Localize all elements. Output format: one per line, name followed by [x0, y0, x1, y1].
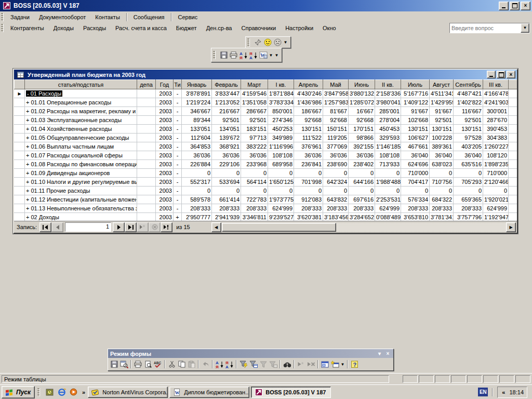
value-cell[interactable]: 450'253 — [268, 125, 294, 134]
column-header-Март[interactable]: Март — [241, 80, 268, 89]
print-icon[interactable] — [133, 360, 143, 369]
database-window-icon[interactable] — [320, 360, 330, 369]
column-header-Апрель[interactable]: Апрель — [294, 80, 323, 89]
type-cell[interactable]: - — [174, 204, 182, 213]
value-cell[interactable]: 1'429'959 — [430, 98, 454, 107]
value-cell[interactable]: 0 — [212, 169, 241, 178]
row-selector[interactable] — [15, 98, 25, 107]
filter-selection-icon[interactable] — [238, 360, 248, 369]
close-button[interactable]: × — [521, 2, 530, 10]
column-header-Сентябрь[interactable]: Сентябрь — [454, 80, 483, 89]
menu-item-5[interactable]: Сервис — [174, 12, 203, 22]
value-cell[interactable]: 1'436'986 — [294, 98, 323, 107]
value-cell[interactable]: 1'257'983 — [323, 98, 349, 107]
value-cell[interactable]: 92'501 — [454, 116, 483, 125]
first-record-button[interactable] — [39, 222, 51, 232]
value-cell[interactable]: 689'958 — [268, 160, 294, 169]
value-cell[interactable]: 92'668 — [294, 116, 323, 125]
child-minimize-button[interactable] — [487, 71, 496, 78]
dept-cell[interactable] — [137, 213, 156, 221]
value-cell[interactable]: 710'000 — [483, 169, 509, 178]
year-cell[interactable]: 2003 — [156, 151, 174, 160]
menu-item-4[interactable]: Сообщения — [129, 12, 169, 22]
value-cell[interactable]: 2'941'939 — [212, 213, 241, 221]
article-cell[interactable]: + 02 Доходы — [25, 213, 137, 221]
year-cell[interactable]: 2003 — [156, 142, 174, 151]
value-cell[interactable]: 0 — [483, 187, 509, 195]
value-cell[interactable]: 208'333 — [294, 204, 323, 213]
value-cell[interactable]: 1'871'884 — [268, 89, 294, 98]
chevron-down-icon[interactable]: ▼ — [521, 23, 529, 33]
value-cell[interactable]: 364'853 — [182, 142, 212, 151]
dept-cell[interactable] — [137, 134, 156, 142]
value-cell[interactable]: 450'453 — [375, 125, 401, 134]
value-cell[interactable]: 0 — [268, 187, 294, 195]
value-cell[interactable]: 102'668 — [401, 116, 430, 125]
column-header-Август[interactable]: Август — [430, 80, 454, 89]
column-header-Июнь[interactable]: Июнь — [349, 80, 375, 89]
value-cell[interactable]: 2'950'777 — [182, 213, 212, 221]
value-cell[interactable]: 116'667 — [454, 107, 483, 116]
value-cell[interactable]: 36'040 — [401, 151, 430, 160]
value-cell[interactable]: 329'593 — [375, 134, 401, 142]
toolbar-grip[interactable] — [213, 51, 216, 59]
tray-expand-icon[interactable]: « — [501, 389, 506, 395]
value-cell[interactable]: 1'973'775 — [268, 195, 294, 204]
type-cell[interactable]: - — [174, 187, 182, 195]
value-cell[interactable]: 638'023 — [430, 160, 454, 169]
help-icon[interactable]: ? — [350, 360, 360, 369]
row-selector[interactable] — [15, 213, 25, 221]
menu-item-3[interactable]: Расходы — [78, 23, 111, 33]
dept-cell[interactable] — [137, 204, 156, 213]
value-cell[interactable]: 4'241'903 — [483, 98, 509, 107]
value-cell[interactable]: 576'334 — [401, 195, 430, 204]
year-cell[interactable]: 2003 — [156, 178, 174, 187]
value-cell[interactable]: 383'222 — [241, 142, 268, 151]
last-record-button[interactable] — [125, 222, 137, 232]
value-cell[interactable]: 0 — [182, 169, 212, 178]
dd-icon[interactable]: ▼ — [274, 50, 280, 60]
article-cell[interactable]: + 01.11 Прочие расходы — [25, 187, 137, 195]
value-cell[interactable]: 467'661 — [401, 142, 430, 151]
value-cell[interactable]: 287'670 — [483, 116, 509, 125]
sort-asc-icon[interactable]: АЯ — [215, 360, 224, 369]
value-cell[interactable]: 4'159'546 — [241, 89, 268, 98]
type-cell[interactable]: - — [174, 142, 182, 151]
value-cell[interactable]: 710'756 — [430, 178, 454, 187]
value-cell[interactable]: 0 — [430, 169, 454, 178]
value-cell[interactable]: 1'409'122 — [401, 98, 430, 107]
value-cell[interactable]: 624'999 — [375, 204, 401, 213]
menu-item-1[interactable]: Контрагенты — [6, 23, 49, 33]
value-cell[interactable]: 89'344 — [182, 116, 212, 125]
table-row[interactable]: + 01.05 Общеуправленческие расходы2003-1… — [15, 134, 517, 142]
menu-item-8[interactable]: Настройки — [281, 23, 318, 33]
year-cell[interactable]: 2003 — [156, 134, 174, 142]
article-cell[interactable]: + 01.07 Расходы социальной сферы — [25, 151, 137, 160]
value-cell[interactable]: 4'487'421 — [454, 89, 483, 98]
value-cell[interactable]: 285'001 — [375, 107, 401, 116]
value-cell[interactable]: 208'333 — [401, 204, 430, 213]
value-cell[interactable]: 3'833'447 — [212, 89, 241, 98]
article-cell[interactable]: + 01.12 Инвестиции (капитальные вложен — [25, 195, 137, 204]
value-cell[interactable]: 111'522 — [294, 134, 323, 142]
value-cell[interactable]: 92'668 — [349, 116, 375, 125]
value-cell[interactable]: 1'898'235 — [483, 160, 509, 169]
value-cell[interactable]: 3'284'652 — [349, 213, 375, 221]
article-cell[interactable]: - 01 Расходы — [25, 89, 137, 98]
dept-cell[interactable] — [137, 107, 156, 116]
article-cell[interactable]: + 01.06 Выплаты частным лицам — [25, 142, 137, 151]
year-cell[interactable]: 2003 — [156, 125, 174, 134]
value-cell[interactable]: 36'040 — [454, 151, 483, 160]
task-button[interactable]: Norton AntiVirus Corpora... — [88, 387, 168, 398]
table-row[interactable]: + 01.07 Расходы социальной сферы2003-36'… — [15, 151, 517, 160]
value-cell[interactable]: 36'036 — [182, 151, 212, 160]
value-cell[interactable]: 3'781'341 — [430, 213, 454, 221]
value-cell[interactable]: 0 — [182, 187, 212, 195]
row-selector[interactable] — [15, 204, 25, 213]
value-cell[interactable]: 36'036 — [212, 151, 241, 160]
value-cell[interactable]: 278'004 — [375, 116, 401, 125]
toolbar-grip[interactable] — [1, 24, 4, 32]
value-cell[interactable]: 238'402 — [349, 160, 375, 169]
value-cell[interactable]: 119'205 — [323, 134, 349, 142]
article-cell[interactable]: + 01.04 Хозяйственные расходы — [25, 125, 137, 134]
